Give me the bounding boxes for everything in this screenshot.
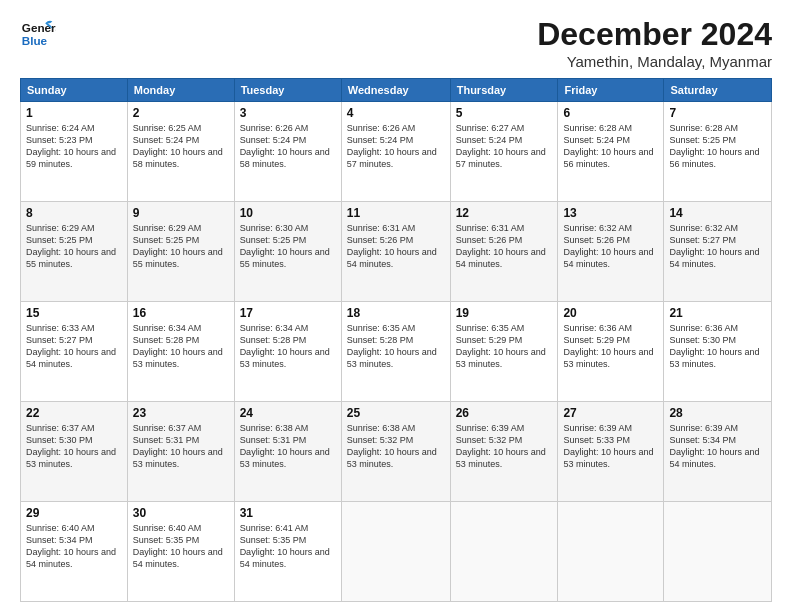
day-info: Sunrise: 6:31 AMSunset: 5:26 PMDaylight:… — [347, 222, 445, 271]
day-number: 16 — [133, 306, 229, 320]
day-info: Sunrise: 6:35 AMSunset: 5:28 PMDaylight:… — [347, 322, 445, 371]
calendar-cell: 26 Sunrise: 6:39 AMSunset: 5:32 PMDaylig… — [450, 402, 558, 502]
day-info: Sunrise: 6:40 AMSunset: 5:35 PMDaylight:… — [133, 522, 229, 571]
calendar-week-5: 29 Sunrise: 6:40 AMSunset: 5:34 PMDaylig… — [21, 502, 772, 602]
day-number: 26 — [456, 406, 553, 420]
day-info: Sunrise: 6:24 AMSunset: 5:23 PMDaylight:… — [26, 122, 122, 171]
calendar-header-friday: Friday — [558, 79, 664, 102]
day-number: 28 — [669, 406, 766, 420]
day-info: Sunrise: 6:28 AMSunset: 5:25 PMDaylight:… — [669, 122, 766, 171]
day-info: Sunrise: 6:25 AMSunset: 5:24 PMDaylight:… — [133, 122, 229, 171]
day-number: 15 — [26, 306, 122, 320]
day-info: Sunrise: 6:35 AMSunset: 5:29 PMDaylight:… — [456, 322, 553, 371]
calendar-cell: 5 Sunrise: 6:27 AMSunset: 5:24 PMDayligh… — [450, 102, 558, 202]
day-number: 3 — [240, 106, 336, 120]
calendar-header-tuesday: Tuesday — [234, 79, 341, 102]
calendar-cell: 4 Sunrise: 6:26 AMSunset: 5:24 PMDayligh… — [341, 102, 450, 202]
calendar-cell: 21 Sunrise: 6:36 AMSunset: 5:30 PMDaylig… — [664, 302, 772, 402]
title-block: December 2024 Yamethin, Mandalay, Myanma… — [537, 16, 772, 70]
day-info: Sunrise: 6:31 AMSunset: 5:26 PMDaylight:… — [456, 222, 553, 271]
day-number: 5 — [456, 106, 553, 120]
svg-text:Blue: Blue — [22, 34, 48, 47]
calendar-cell: 11 Sunrise: 6:31 AMSunset: 5:26 PMDaylig… — [341, 202, 450, 302]
day-number: 24 — [240, 406, 336, 420]
day-number: 22 — [26, 406, 122, 420]
calendar-cell: 1 Sunrise: 6:24 AMSunset: 5:23 PMDayligh… — [21, 102, 128, 202]
day-number: 8 — [26, 206, 122, 220]
calendar-header-saturday: Saturday — [664, 79, 772, 102]
day-info: Sunrise: 6:36 AMSunset: 5:29 PMDaylight:… — [563, 322, 658, 371]
day-info: Sunrise: 6:39 AMSunset: 5:33 PMDaylight:… — [563, 422, 658, 471]
day-number: 10 — [240, 206, 336, 220]
day-info: Sunrise: 6:38 AMSunset: 5:32 PMDaylight:… — [347, 422, 445, 471]
month-title: December 2024 — [537, 16, 772, 53]
day-number: 6 — [563, 106, 658, 120]
day-info: Sunrise: 6:39 AMSunset: 5:32 PMDaylight:… — [456, 422, 553, 471]
day-number: 23 — [133, 406, 229, 420]
calendar-cell: 29 Sunrise: 6:40 AMSunset: 5:34 PMDaylig… — [21, 502, 128, 602]
day-info: Sunrise: 6:39 AMSunset: 5:34 PMDaylight:… — [669, 422, 766, 471]
day-info: Sunrise: 6:34 AMSunset: 5:28 PMDaylight:… — [133, 322, 229, 371]
page: General Blue December 2024 Yamethin, Man… — [0, 0, 792, 612]
day-number: 14 — [669, 206, 766, 220]
calendar-cell: 13 Sunrise: 6:32 AMSunset: 5:26 PMDaylig… — [558, 202, 664, 302]
day-number: 18 — [347, 306, 445, 320]
logo: General Blue — [20, 16, 56, 52]
calendar-cell: 22 Sunrise: 6:37 AMSunset: 5:30 PMDaylig… — [21, 402, 128, 502]
day-info: Sunrise: 6:37 AMSunset: 5:30 PMDaylight:… — [26, 422, 122, 471]
calendar-cell: 24 Sunrise: 6:38 AMSunset: 5:31 PMDaylig… — [234, 402, 341, 502]
calendar-cell: 9 Sunrise: 6:29 AMSunset: 5:25 PMDayligh… — [127, 202, 234, 302]
calendar-cell: 23 Sunrise: 6:37 AMSunset: 5:31 PMDaylig… — [127, 402, 234, 502]
calendar-cell: 2 Sunrise: 6:25 AMSunset: 5:24 PMDayligh… — [127, 102, 234, 202]
day-info: Sunrise: 6:28 AMSunset: 5:24 PMDaylight:… — [563, 122, 658, 171]
calendar-cell — [558, 502, 664, 602]
calendar-cell: 28 Sunrise: 6:39 AMSunset: 5:34 PMDaylig… — [664, 402, 772, 502]
calendar-header-sunday: Sunday — [21, 79, 128, 102]
calendar-cell — [450, 502, 558, 602]
day-info: Sunrise: 6:29 AMSunset: 5:25 PMDaylight:… — [26, 222, 122, 271]
day-number: 31 — [240, 506, 336, 520]
calendar-cell: 30 Sunrise: 6:40 AMSunset: 5:35 PMDaylig… — [127, 502, 234, 602]
calendar-cell: 15 Sunrise: 6:33 AMSunset: 5:27 PMDaylig… — [21, 302, 128, 402]
day-number: 9 — [133, 206, 229, 220]
day-info: Sunrise: 6:26 AMSunset: 5:24 PMDaylight:… — [240, 122, 336, 171]
day-info: Sunrise: 6:26 AMSunset: 5:24 PMDaylight:… — [347, 122, 445, 171]
calendar-week-2: 8 Sunrise: 6:29 AMSunset: 5:25 PMDayligh… — [21, 202, 772, 302]
day-number: 29 — [26, 506, 122, 520]
day-info: Sunrise: 6:27 AMSunset: 5:24 PMDaylight:… — [456, 122, 553, 171]
calendar-cell: 14 Sunrise: 6:32 AMSunset: 5:27 PMDaylig… — [664, 202, 772, 302]
day-info: Sunrise: 6:33 AMSunset: 5:27 PMDaylight:… — [26, 322, 122, 371]
calendar-cell: 27 Sunrise: 6:39 AMSunset: 5:33 PMDaylig… — [558, 402, 664, 502]
day-info: Sunrise: 6:32 AMSunset: 5:26 PMDaylight:… — [563, 222, 658, 271]
calendar-cell: 6 Sunrise: 6:28 AMSunset: 5:24 PMDayligh… — [558, 102, 664, 202]
day-info: Sunrise: 6:40 AMSunset: 5:34 PMDaylight:… — [26, 522, 122, 571]
calendar-cell: 16 Sunrise: 6:34 AMSunset: 5:28 PMDaylig… — [127, 302, 234, 402]
calendar-cell: 3 Sunrise: 6:26 AMSunset: 5:24 PMDayligh… — [234, 102, 341, 202]
day-number: 2 — [133, 106, 229, 120]
day-number: 30 — [133, 506, 229, 520]
calendar-cell: 17 Sunrise: 6:34 AMSunset: 5:28 PMDaylig… — [234, 302, 341, 402]
header: General Blue December 2024 Yamethin, Man… — [20, 16, 772, 70]
day-number: 19 — [456, 306, 553, 320]
calendar-cell: 25 Sunrise: 6:38 AMSunset: 5:32 PMDaylig… — [341, 402, 450, 502]
logo-icon: General Blue — [20, 16, 56, 52]
location: Yamethin, Mandalay, Myanmar — [537, 53, 772, 70]
day-number: 25 — [347, 406, 445, 420]
calendar-header-monday: Monday — [127, 79, 234, 102]
calendar-header-thursday: Thursday — [450, 79, 558, 102]
day-number: 27 — [563, 406, 658, 420]
day-info: Sunrise: 6:29 AMSunset: 5:25 PMDaylight:… — [133, 222, 229, 271]
day-info: Sunrise: 6:37 AMSunset: 5:31 PMDaylight:… — [133, 422, 229, 471]
day-number: 20 — [563, 306, 658, 320]
day-number: 21 — [669, 306, 766, 320]
day-info: Sunrise: 6:38 AMSunset: 5:31 PMDaylight:… — [240, 422, 336, 471]
day-number: 1 — [26, 106, 122, 120]
calendar-table: SundayMondayTuesdayWednesdayThursdayFrid… — [20, 78, 772, 602]
calendar-cell: 18 Sunrise: 6:35 AMSunset: 5:28 PMDaylig… — [341, 302, 450, 402]
calendar-cell: 7 Sunrise: 6:28 AMSunset: 5:25 PMDayligh… — [664, 102, 772, 202]
calendar-header-wednesday: Wednesday — [341, 79, 450, 102]
calendar-cell: 31 Sunrise: 6:41 AMSunset: 5:35 PMDaylig… — [234, 502, 341, 602]
calendar-cell: 10 Sunrise: 6:30 AMSunset: 5:25 PMDaylig… — [234, 202, 341, 302]
calendar-cell — [664, 502, 772, 602]
day-number: 13 — [563, 206, 658, 220]
